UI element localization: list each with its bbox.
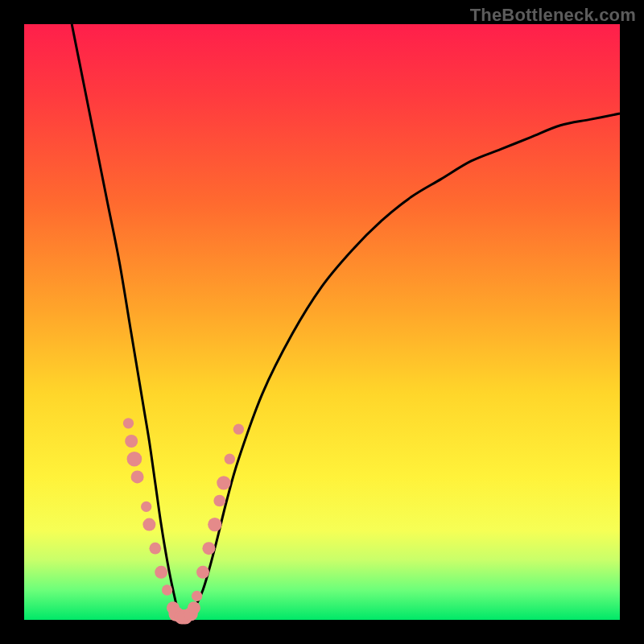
curve-marker bbox=[123, 418, 134, 428]
curve-marker bbox=[192, 591, 202, 601]
curve-marker bbox=[217, 476, 230, 489]
curve-marker bbox=[162, 584, 172, 595]
bottleneck-curve bbox=[72, 24, 620, 620]
curve-marker bbox=[127, 452, 142, 467]
curve-marker bbox=[125, 435, 138, 448]
curve-marker bbox=[225, 454, 235, 464]
watermark-text: TheBottleneck.com bbox=[470, 5, 636, 26]
plot-area bbox=[24, 24, 620, 620]
chart-frame: TheBottleneck.com bbox=[0, 0, 644, 644]
curve-marker bbox=[155, 566, 167, 579]
curve-marker bbox=[142, 518, 155, 531]
curve-marker bbox=[213, 495, 225, 507]
curve-marker bbox=[233, 424, 244, 435]
curve-marker bbox=[196, 566, 209, 579]
curve-marker bbox=[188, 601, 200, 614]
curve-marker bbox=[141, 502, 151, 512]
chart-svg bbox=[24, 24, 620, 620]
marker-layer bbox=[123, 418, 244, 624]
curve-marker bbox=[202, 542, 215, 555]
curve-marker bbox=[208, 518, 221, 531]
curve-marker bbox=[131, 470, 144, 483]
curve-marker bbox=[149, 543, 161, 555]
